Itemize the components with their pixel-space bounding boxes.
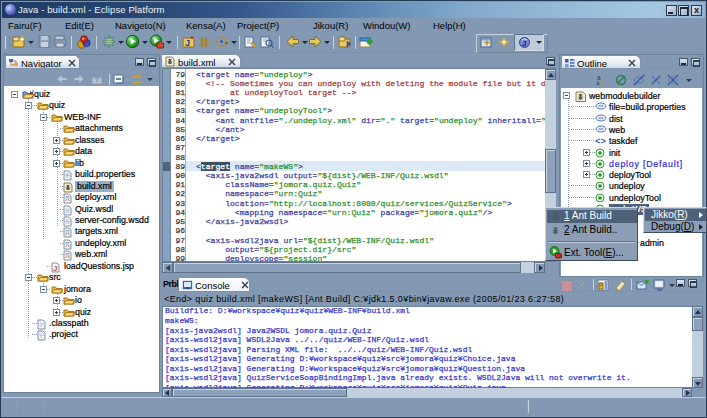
- svg-text:<>: <>: [595, 137, 606, 145]
- svg-text:z: z: [601, 80, 604, 87]
- svg-text:J: J: [522, 39, 526, 48]
- svg-text:J: J: [53, 263, 57, 272]
- svg-text:J: J: [185, 38, 190, 48]
